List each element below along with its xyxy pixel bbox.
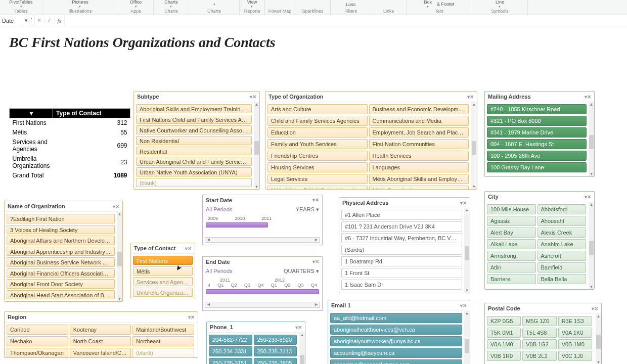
scrollbar[interactable]: ▲▼	[299, 333, 305, 364]
ribbon-footer[interactable]: & Footer	[437, 2, 455, 7]
slicer-postal-code[interactable]: Postal Code▾✕ K2P 0G5M5G 1Z6R3E 1S3T5K 0…	[484, 303, 602, 364]
name-box[interactable]: Date	[0, 15, 23, 26]
scrollbar[interactable]: ▲▼	[464, 311, 470, 364]
slicer-item[interactable]: Vancouver Island/Coast	[70, 348, 131, 357]
slicer-item[interactable]: aboriginalhealthservices@vch.ca	[330, 325, 462, 335]
slicer-item[interactable]: Alert Bay	[487, 228, 536, 238]
slicer-item[interactable]: Aboriginal Financial Officers Associatio…	[7, 268, 115, 278]
scrollbar[interactable]: ▲▼	[589, 102, 594, 176]
slicer-item[interactable]: Barriere	[487, 274, 536, 284]
slicer-item[interactable]: Ahousaht	[538, 216, 587, 226]
ribbon-charts1[interactable]: Charts	[164, 0, 178, 5]
slicer-item[interactable]: 100 Mile House	[487, 204, 536, 214]
slicer-item[interactable]: Native Courtworker and Counselling Assoc…	[136, 125, 252, 134]
slicer-item[interactable]: (Sardis)	[341, 245, 462, 255]
slicer-item[interactable]: North Coast	[70, 336, 131, 346]
slicer-item[interactable]: V0B 2L2	[522, 351, 556, 361]
slicer-item[interactable]: Aboriginal Affairs and Northern Developm…	[7, 236, 115, 245]
slicer-item[interactable]: Aboriginal Head Start Association of Bri…	[7, 290, 115, 300]
clear-filter-icon[interactable]: ▾✕	[585, 94, 591, 100]
timeline-bar[interactable]	[206, 222, 268, 228]
slicer-item[interactable]: 250-234-3331	[209, 346, 252, 356]
slicer-item[interactable]: V0C 1J0	[558, 351, 592, 361]
slicer-item[interactable]: First Nations Child and Family Services …	[136, 115, 252, 124]
slicer-item[interactable]: Business and Economic Development	[369, 104, 469, 114]
slicer-item[interactable]: Agassiz	[487, 216, 536, 226]
slicer-item[interactable]: Atlin	[487, 262, 536, 272]
clear-filter-icon[interactable]: ▾✕	[312, 197, 319, 203]
slicer-item[interactable]: Northeast	[132, 336, 194, 346]
slicer-item[interactable]: Anahim Lake	[538, 239, 587, 249]
ribbon-office[interactable]: Office	[130, 0, 142, 5]
clear-filter-icon[interactable]: ▾✕	[312, 259, 319, 265]
timeline-scroll[interactable]	[205, 302, 320, 308]
slicer-item[interactable]: V0B 1M0	[558, 339, 592, 349]
slicer-email1[interactable]: Email 1▾✕ aa_afd@hotmail.comaboriginalhe…	[328, 300, 470, 364]
slicer-item[interactable]: #240 - 1855 Kirschner Road	[487, 104, 587, 114]
slicer-item[interactable]: K2P 0G5	[487, 316, 521, 326]
clear-filter-icon[interactable]: ▾✕	[185, 246, 192, 251]
slicer-item[interactable]: V0B 1R0	[487, 351, 521, 361]
slicer-item[interactable]: Languages	[369, 162, 469, 172]
slicer-item[interactable]: First Nation Communities	[369, 139, 469, 149]
slicer-item[interactable]: Ashcroft	[538, 251, 587, 261]
timeline-unit[interactable]: QUARTERS ▾	[284, 268, 319, 275]
clear-filter-icon[interactable]: ▾✕	[250, 94, 256, 100]
cancel-icon[interactable]: ✕	[34, 15, 44, 26]
slicer-item[interactable]: aboriginalyouthworker@unya.bc.ca	[330, 336, 462, 346]
slicer-item[interactable]: V0B 1G2	[522, 339, 556, 349]
slicer-item[interactable]: Thompson/Okanagan	[7, 348, 68, 357]
timeline-end-date[interactable]: End Date▾✕ All PeriodsQUARTERS ▾ 2011 20…	[202, 256, 323, 311]
scrollbar[interactable]: ▲▼	[254, 102, 259, 189]
slicer-item[interactable]: accounting@tseycum.ca	[330, 348, 462, 358]
timeline-scroll[interactable]	[205, 237, 320, 243]
slicer-item[interactable]: Aboriginal Apprenticeship and Industry T…	[7, 247, 115, 256]
slicer-item[interactable]: 250-235-3805	[254, 358, 297, 364]
slicer-item[interactable]: Mainland/Southwest	[132, 325, 194, 335]
slicer-item[interactable]: 250-233-8920	[254, 335, 297, 345]
slicer-item[interactable]: Friendship Centres	[267, 151, 368, 161]
slicer-item[interactable]: Family and Youth Services	[267, 139, 368, 149]
ribbon-line[interactable]: Line	[496, 0, 504, 5]
slicer-item[interactable]: 250-235-3113	[254, 346, 297, 356]
ribbon-pivottables[interactable]: PivotTables	[9, 0, 32, 5]
slicer-item[interactable]: Education	[267, 127, 368, 138]
scrollbar[interactable]: ▲▼	[464, 208, 470, 293]
slicer-item[interactable]: Communications and Media	[369, 116, 469, 126]
slicer-item[interactable]: Aboriginal Front Door Society	[7, 279, 115, 289]
slicer-city[interactable]: City▾✕ 100 Mile HouseAbbotsfordAgassizAh…	[484, 191, 595, 290]
slicer-item[interactable]: Health Services	[369, 151, 469, 161]
clear-filter-icon[interactable]: ▾✕	[585, 194, 591, 200]
slicer-name-of-organization[interactable]: Name of Organization▾✕ ?Esdilagh First N…	[4, 201, 123, 302]
timeline-bar[interactable]	[206, 289, 319, 294]
clear-filter-icon[interactable]: ▾✕	[592, 306, 598, 311]
ribbon-pictures[interactable]: Pictures	[72, 0, 88, 5]
slicer-item[interactable]: 004 - 1607 E. Hastings St	[487, 139, 587, 149]
slicer-item[interactable]: Aboriginal Skills and Employment Trainin…	[136, 104, 252, 113]
slicer-item[interactable]: 3 Voices of Healing Society	[7, 225, 115, 235]
slicer-type-of-organization[interactable]: Type of Organization▾✕ Arts and CultureB…	[265, 91, 477, 190]
clear-filter-icon[interactable]: ▾✕	[460, 200, 467, 206]
slicer-item[interactable]: (blank)	[132, 348, 194, 357]
scrollbar[interactable]: ▲▼	[471, 102, 477, 189]
slicer-item[interactable]: ?Esdilagh First Nation	[7, 214, 115, 223]
timeline-unit[interactable]: YEARS ▾	[296, 206, 319, 213]
slicer-item[interactable]: V0A 1K0	[558, 328, 592, 338]
slicer-item[interactable]: 1 Isaac Sam Dr	[341, 280, 462, 290]
slicer-item[interactable]: Bamfield	[538, 262, 587, 272]
slicer-item[interactable]: Urban Aboriginal Child and Family Servic…	[136, 157, 252, 166]
slicer-item[interactable]: Nechako	[7, 336, 68, 346]
scrollbar[interactable]: ▲▼	[589, 202, 594, 289]
slicer-item[interactable]: Kootenay	[70, 325, 131, 335]
slicer-item[interactable]: First Nations	[133, 256, 193, 265]
slicer-item[interactable]: 204-582-7722	[209, 335, 252, 345]
slicer-item[interactable]: R3E 1S3	[558, 316, 592, 326]
slicer-item[interactable]: #341 - 1979 Marine Drive	[487, 127, 587, 138]
slicer-type-of-contact[interactable]: Type of Contact▾✕ First NationsMétisServ…	[130, 243, 195, 299]
slicer-item[interactable]: Urban Native Youth Association (UNYA)	[136, 167, 252, 176]
slicer-item[interactable]: Armstrong	[487, 251, 536, 261]
fx-icon[interactable]: fx	[55, 15, 65, 26]
clear-filter-icon[interactable]: ▾✕	[188, 314, 195, 320]
slicer-item[interactable]: Métis Aboriginal Skills and Employme...	[369, 174, 469, 184]
slicer-item[interactable]: #321 - PO Box 8000	[487, 116, 587, 126]
